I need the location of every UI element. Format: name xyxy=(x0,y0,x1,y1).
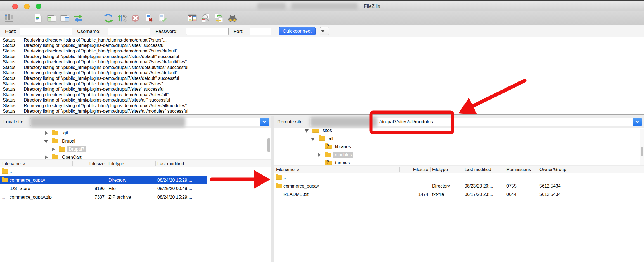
column-header-filesize[interactable]: Filesize xyxy=(74,161,105,166)
tree-item-all[interactable]: all xyxy=(274,134,644,143)
column-divider[interactable] xyxy=(463,167,463,172)
file-row-commerce-ogpay[interactable]: commerce_ogpay Directory 08/24/20 15:29:… xyxy=(0,176,207,185)
password-input[interactable] xyxy=(186,28,229,35)
file-row-commerce-ogpay-zip[interactable]: commerce_ogpay.zip 7337 ZIP archive 08/2… xyxy=(0,193,271,202)
process-queue-button[interactable] xyxy=(116,13,127,24)
column-divider[interactable] xyxy=(207,161,207,166)
expand-arrow-icon[interactable] xyxy=(44,155,49,160)
toggle-message-log-button[interactable] xyxy=(33,13,44,24)
directory-comparison-button[interactable] xyxy=(187,13,198,24)
site-manager-icon xyxy=(4,13,14,23)
tree-item-libraries[interactable]: libraries xyxy=(274,143,644,151)
sort-ascending-icon: ∧ xyxy=(23,162,26,166)
remote-site-combobox[interactable]: /drupal7/sites/all/modules xyxy=(310,118,642,126)
column-divider[interactable] xyxy=(155,161,156,166)
transfer-queue-icon xyxy=(74,13,83,23)
file-row-ds-store[interactable]: .DS_Store 8196 File 08/25/20 00:48:... xyxy=(0,184,271,193)
directory-comparison-icon xyxy=(188,13,197,23)
tree-item-drupal[interactable]: Drupal xyxy=(0,137,271,145)
minimize-window-button[interactable] xyxy=(24,4,30,9)
tree-item-git[interactable]: .git xyxy=(0,129,271,137)
column-divider[interactable] xyxy=(430,167,431,172)
refresh-button[interactable] xyxy=(103,13,114,24)
local-tree-view-icon xyxy=(47,13,56,23)
file-row-readme-txt[interactable]: README.txt 1474 txt-file 06/17/20 23:...… xyxy=(274,190,644,199)
toggle-remote-tree-button[interactable] xyxy=(59,13,70,24)
tree-indent-spacer xyxy=(317,161,322,165)
local-site-bar: Local site: xyxy=(0,116,271,128)
column-header-filename[interactable]: Filename∧ xyxy=(276,167,299,172)
column-header-filename[interactable]: Filename∧ xyxy=(2,161,25,166)
quickconnect-button[interactable]: Quickconnect xyxy=(279,27,316,35)
log-line: Status:Retrieving directory listing of "… xyxy=(0,92,644,98)
message-log-icon xyxy=(34,13,43,23)
column-divider[interactable] xyxy=(537,167,537,172)
toggle-transfer-queue-button[interactable] xyxy=(73,13,84,24)
file-icon xyxy=(2,186,2,191)
column-divider[interactable] xyxy=(577,167,577,172)
expand-arrow-icon[interactable] xyxy=(51,147,55,152)
password-label: Password: xyxy=(155,29,177,34)
remote-site-dropdown-button[interactable] xyxy=(633,118,642,126)
column-divider[interactable] xyxy=(72,161,73,166)
quickconnect-bar: Host: Username: Password: Port: Quickcon… xyxy=(0,25,644,37)
tree-item-modules[interactable]: modules xyxy=(274,151,644,159)
folder-icon xyxy=(59,147,65,152)
disconnect-button[interactable] xyxy=(143,13,154,24)
column-divider[interactable] xyxy=(106,161,106,166)
find-files-button[interactable] xyxy=(227,13,238,24)
sort-ascending-icon: ∧ xyxy=(297,168,300,172)
tree-item-drupal7[interactable]: Drupal7 xyxy=(0,145,271,153)
username-label: Username: xyxy=(77,29,100,34)
collapse-arrow-icon[interactable] xyxy=(44,139,49,143)
tree-item-clipped[interactable]: OpenCart xyxy=(0,153,271,159)
local-tree-scrollbar[interactable] xyxy=(267,138,270,152)
zoom-window-button[interactable] xyxy=(36,4,41,9)
quickconnect-dropdown-button[interactable] xyxy=(320,27,329,35)
message-log: Status:Retrieving directory listing of "… xyxy=(0,37,644,114)
column-header-permissions[interactable]: Permissions xyxy=(506,167,531,172)
local-site-label: Local site: xyxy=(3,119,25,125)
reconnect-icon xyxy=(157,13,167,23)
column-header-filetype[interactable]: Filetype xyxy=(432,167,448,172)
file-row-updir[interactable]: .. xyxy=(0,167,271,176)
tree-item-sites[interactable]: sites xyxy=(274,129,644,134)
chevron-down-icon xyxy=(262,119,266,123)
tree-item-themes[interactable]: themes xyxy=(274,159,644,165)
expand-arrow-icon[interactable] xyxy=(317,153,321,157)
close-window-button[interactable] xyxy=(12,4,18,9)
local-site-dropdown-button[interactable] xyxy=(260,118,269,126)
column-header-filesize[interactable]: Filesize xyxy=(400,167,428,172)
disconnect-icon xyxy=(144,13,153,23)
port-input[interactable] xyxy=(250,28,271,35)
reconnect-button[interactable] xyxy=(157,13,168,24)
column-divider[interactable] xyxy=(640,167,640,172)
file-icon xyxy=(276,192,276,197)
directory-listing-filters-button[interactable] xyxy=(200,13,211,24)
panel-splitter[interactable] xyxy=(271,116,274,262)
column-header-last-modified[interactable]: Last modified xyxy=(465,167,491,172)
local-file-list-header: Filename∧ Filesize Filetype Last modifie… xyxy=(0,160,271,167)
column-header-owner-group[interactable]: Owner/Group xyxy=(539,167,566,172)
cancel-operation-button[interactable] xyxy=(130,13,141,24)
collapse-arrow-icon[interactable] xyxy=(305,129,309,133)
host-input[interactable] xyxy=(20,28,72,35)
log-line: Status:Retrieving directory listing of "… xyxy=(0,37,644,43)
file-row-updir[interactable]: .. xyxy=(274,173,644,182)
log-line: Status:Directory listing of "/public_htm… xyxy=(0,65,644,70)
site-manager-button[interactable] xyxy=(3,13,15,24)
column-header-last-modified[interactable]: Last modified xyxy=(157,161,184,166)
column-divider[interactable] xyxy=(399,167,400,172)
tree-indent-spacer xyxy=(317,145,322,149)
column-divider[interactable] xyxy=(504,167,504,172)
local-site-combobox[interactable] xyxy=(30,118,269,126)
column-header-filetype[interactable]: Filetype xyxy=(108,161,124,166)
file-row-commerce-ogpay[interactable]: commerce_ogpay Directory 08/23/20 20:...… xyxy=(274,182,644,191)
remote-tree-scrollbar[interactable] xyxy=(641,147,643,156)
collapse-arrow-icon[interactable] xyxy=(311,136,315,141)
zip-file-icon xyxy=(2,195,2,200)
synchronized-browsing-button[interactable] xyxy=(213,13,224,24)
toggle-local-tree-button[interactable] xyxy=(46,13,57,24)
expand-arrow-icon[interactable] xyxy=(44,131,49,135)
username-input[interactable] xyxy=(108,28,150,35)
